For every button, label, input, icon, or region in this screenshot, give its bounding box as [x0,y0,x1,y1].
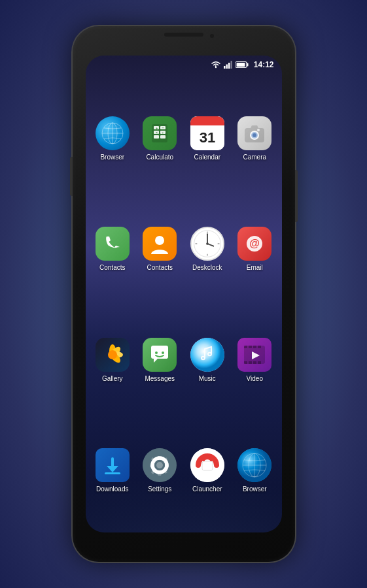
app-item-calendar[interactable]: 31 Calendar [184,84,232,194]
app-item-calculator[interactable]: + − × ÷ Calculato [136,84,184,194]
deskclock-icon [190,227,224,261]
svg-rect-53 [244,346,247,348]
music-icon [190,338,224,372]
app-item-gallery[interactable]: Gallery [89,305,137,416]
deskclock-label: Deskclock [192,264,222,272]
app-item-browser2[interactable]: Browser [231,416,279,526]
music-label: Music [199,375,216,383]
video-label: Video [247,375,263,383]
earpiece [164,33,203,37]
svg-rect-56 [258,346,261,348]
status-bar: 14:12 [86,56,282,74]
browser-label: Browser [100,154,124,161]
messages-icon [143,338,177,372]
svg-text:+: + [156,126,158,130]
svg-text:@: @ [249,238,260,249]
app-item-camera[interactable]: Camera [231,84,279,194]
gallery-label: Gallery [102,375,123,383]
app-item-email[interactable]: @ Email [231,194,279,304]
svg-point-37 [206,243,209,246]
settings-label: Settings [148,485,171,493]
svg-point-51 [190,338,224,372]
downloads-icon [96,448,130,482]
status-icons: 14:12 [211,60,274,69]
calculator-icon: + − × ÷ [143,116,177,150]
svg-rect-2 [226,65,228,69]
browser-icon [96,116,130,150]
app-item-downloads[interactable]: Downloads [89,416,137,526]
svg-point-49 [155,351,158,354]
app-item-video[interactable]: Video [231,305,279,416]
contacts-person-icon [143,227,177,261]
signal-icon [224,61,233,69]
phone-device: 14:12 Browser [73,26,295,562]
calendar-label: Calendar [194,154,220,161]
front-camera [210,34,214,38]
svg-text:31: 31 [200,129,215,146]
app-item-browser[interactable]: Browser [89,84,137,194]
browser2-icon [237,448,271,482]
svg-rect-54 [249,346,252,348]
svg-rect-25 [190,122,224,125]
svg-point-0 [215,67,217,68]
svg-text:÷: ÷ [162,131,164,135]
downloads-label: Downloads [96,485,128,493]
svg-rect-72 [202,461,213,470]
app-item-deskclock[interactable]: Deskclock [184,194,232,304]
app-item-contacts-phone[interactable]: Contacts [89,194,137,304]
gallery-icon [96,338,130,372]
svg-rect-4 [230,61,232,69]
svg-text:−: − [162,126,165,130]
app-item-messages[interactable]: Messages [136,305,184,416]
svg-rect-17 [154,135,159,139]
svg-point-32 [155,236,164,245]
svg-text:×: × [156,131,158,135]
svg-rect-57 [244,361,247,364]
clauncher-label: Clauncher [192,485,222,493]
app-item-clauncher[interactable]: Clauncher [184,416,232,526]
svg-point-50 [162,351,164,354]
clauncher-icon [190,448,224,482]
app-item-contacts-person[interactable]: Contacts [136,194,184,304]
contacts-phone-icon [96,227,130,261]
svg-rect-3 [228,63,230,69]
phone-screen: 14:12 Browser [86,56,282,532]
svg-rect-59 [253,361,256,364]
svg-rect-7 [236,63,245,67]
email-icon: @ [237,227,271,261]
messages-label: Messages [145,375,175,383]
camera-label: Camera [243,154,266,161]
svg-marker-63 [107,466,118,472]
contacts-phone-label: Contacts [99,264,125,272]
video-icon [237,338,271,372]
app-item-music[interactable]: Music [184,305,232,416]
battery-icon [236,61,249,69]
status-time: 14:12 [254,60,274,69]
browser2-label: Browser [243,485,267,493]
svg-rect-58 [249,361,252,364]
wifi-icon [211,61,221,69]
calculator-label: Calculato [146,154,173,161]
svg-rect-18 [160,135,166,139]
settings-icon [143,448,177,482]
camera-icon [237,116,271,150]
svg-point-31 [257,129,260,131]
svg-rect-6 [247,63,248,67]
svg-point-30 [253,133,256,137]
app-item-settings[interactable]: Settings [136,416,184,526]
svg-rect-60 [258,361,261,364]
svg-point-48 [108,350,117,359]
calendar-icon: 31 [190,116,224,150]
svg-rect-64 [105,472,120,474]
app-grid: Browser + − [86,74,282,532]
svg-rect-1 [224,66,226,69]
svg-point-70 [156,462,163,468]
email-label: Email [247,264,263,272]
contacts-person-label: Contacts [147,264,173,272]
svg-rect-55 [253,346,256,348]
